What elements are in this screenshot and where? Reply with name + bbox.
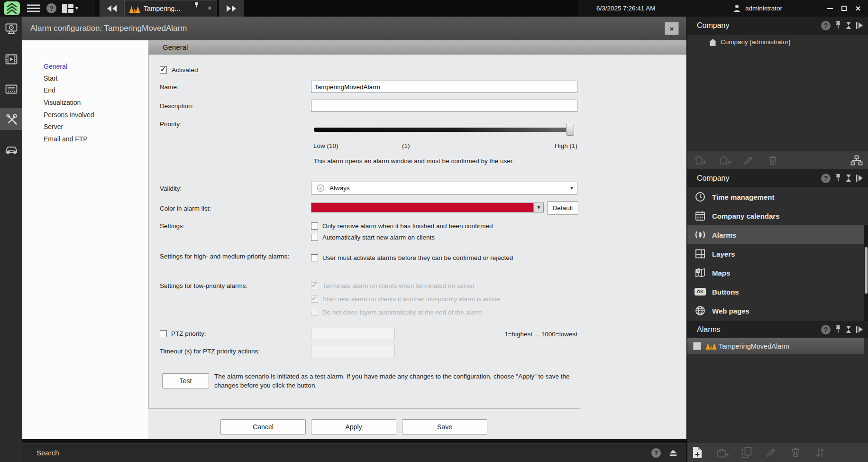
tab-close-icon[interactable]: × xyxy=(204,0,215,16)
ptz-priority-label: PTZ priority: xyxy=(171,330,206,338)
collapse-panel-icon[interactable] xyxy=(855,174,863,182)
tab-tampering-alarm[interactable]: Tampering... × xyxy=(124,0,217,17)
delete-icon xyxy=(768,155,777,166)
sidebar-item-playback[interactable] xyxy=(0,48,22,70)
company-item-buttons[interactable]: OK Buttons xyxy=(687,282,864,301)
description-label: Description: xyxy=(160,102,193,110)
ptz-priority-hint: 1=highest ... 1000=lowest xyxy=(474,331,577,338)
group-header: General xyxy=(148,40,686,55)
minimize-button[interactable] xyxy=(823,0,836,17)
sort-icon xyxy=(815,447,825,458)
company-item-time-management[interactable]: Time management xyxy=(687,187,864,206)
apply-button[interactable]: Apply xyxy=(311,419,396,434)
nav-item-end[interactable]: End xyxy=(44,86,55,96)
pin-icon[interactable] xyxy=(835,21,841,29)
settings-autostart-checkbox[interactable] xyxy=(311,234,318,241)
nav-item-general[interactable]: General xyxy=(44,63,67,72)
sidebar-item-surveillance[interactable] xyxy=(0,18,22,40)
org-tree-icon[interactable] xyxy=(850,155,863,166)
panel-header-company: Company ? xyxy=(687,169,868,187)
layout-caret-icon[interactable]: ▾ xyxy=(75,0,78,17)
activated-checkbox[interactable] xyxy=(160,66,167,74)
priority-slider-track[interactable] xyxy=(314,128,574,132)
panel-title: Company xyxy=(697,169,729,187)
validity-dropdown[interactable]: Always ▾ xyxy=(311,182,577,194)
hamburger-menu-icon[interactable] xyxy=(27,4,41,12)
nav-item-start[interactable]: Start xyxy=(44,74,58,84)
alarms-icon xyxy=(694,231,706,239)
alarm-icon xyxy=(705,342,717,350)
nav-item-server[interactable]: Server xyxy=(44,123,63,132)
color-swatch[interactable] xyxy=(311,203,534,213)
nav-item-persons[interactable]: Persons involved xyxy=(44,111,94,120)
dialog-close-button[interactable]: × xyxy=(665,22,679,35)
layout-picker-icon[interactable] xyxy=(62,4,73,13)
clock-icon xyxy=(694,191,706,203)
calendar-icon xyxy=(694,210,706,222)
maximize-button[interactable] xyxy=(837,0,850,17)
tab-label: Tampering... xyxy=(144,0,180,17)
nav-item-email-ftp[interactable]: Email and FTP xyxy=(44,135,88,145)
tab-pin-icon[interactable] xyxy=(194,2,199,8)
collapse-panel-icon[interactable] xyxy=(855,325,863,333)
sidebar-item-reports[interactable] xyxy=(0,79,22,101)
app-window: ? ▾ Tampering... × 6/3/2025 7:26:41 AM a… xyxy=(0,0,868,462)
panel-help-icon[interactable]: ? xyxy=(821,325,831,334)
save-button[interactable]: Save xyxy=(402,419,487,434)
sidebar-item-lpr[interactable] xyxy=(0,139,22,160)
help-icon[interactable]: ? xyxy=(46,3,56,13)
cancel-button[interactable]: Cancel xyxy=(220,419,306,434)
alarm-list-item[interactable]: TamperingMovedAlarm xyxy=(687,338,864,354)
panel-help-icon[interactable]: ? xyxy=(821,21,831,30)
add-site-icon xyxy=(694,155,706,166)
high-priority-label: Settings for high- and medium-priority a… xyxy=(160,252,302,261)
alarm-icon xyxy=(129,5,140,13)
company-item-web-pages[interactable]: Web pages xyxy=(687,301,864,320)
settings-autostart-label: Automatically start new alarm on clients xyxy=(322,234,435,241)
search-help-icon[interactable]: ? xyxy=(651,448,661,458)
eject-icon[interactable] xyxy=(668,448,678,458)
company-item-alarms[interactable]: Alarms xyxy=(687,225,864,244)
duplicate-icon xyxy=(741,447,752,458)
color-dropdown-button[interactable]: ▾ xyxy=(534,203,544,213)
panel-help-icon[interactable]: ? xyxy=(821,174,831,183)
alarm-item-checkbox[interactable] xyxy=(693,342,701,350)
add-subsite-icon xyxy=(719,155,731,166)
ok-button-icon: OK xyxy=(694,288,706,296)
settings-remove-checkbox[interactable] xyxy=(311,222,318,230)
auto-hide-icon[interactable] xyxy=(846,21,851,29)
priority-slider-thumb[interactable] xyxy=(566,124,574,136)
high-priority-activate-checkbox[interactable] xyxy=(311,254,318,261)
auto-hide-icon[interactable] xyxy=(846,174,851,182)
tabs-scroll-left-button[interactable] xyxy=(100,0,124,17)
pin-icon[interactable] xyxy=(835,325,841,333)
company-root-item[interactable]: Company [administrator] xyxy=(687,36,868,49)
collapse-panel-icon[interactable] xyxy=(855,21,863,29)
high-priority-activate-label: User must activate alarms before they ca… xyxy=(322,254,513,262)
ptz-priority-checkbox[interactable] xyxy=(160,330,167,337)
color-default-button[interactable]: Default xyxy=(547,201,578,215)
name-input[interactable] xyxy=(311,81,577,93)
pin-icon[interactable] xyxy=(835,174,841,182)
auto-hide-icon[interactable] xyxy=(846,325,851,333)
item-label: Web pages xyxy=(712,307,749,315)
description-input[interactable] xyxy=(311,100,577,112)
tabs-scroll-right-button[interactable] xyxy=(219,0,244,17)
search-bar[interactable]: Search ? xyxy=(22,443,686,462)
new-alarm-icon[interactable] xyxy=(692,446,703,459)
item-label: Alarms xyxy=(712,231,736,239)
nav-item-visualization[interactable]: Visualization xyxy=(44,99,81,108)
sidebar-item-configuration[interactable] xyxy=(0,108,22,130)
test-button[interactable]: Test xyxy=(162,373,209,388)
list-scrollbar-thumb[interactable] xyxy=(865,247,868,294)
user-icon[interactable] xyxy=(733,4,741,12)
title-bar: ? ▾ Tampering... × 6/3/2025 7:26:41 AM a… xyxy=(0,0,868,17)
priority-high-label: High (1) xyxy=(506,142,577,150)
user-name[interactable]: administrator xyxy=(745,0,782,17)
close-window-button[interactable]: × xyxy=(851,0,865,17)
company-item-maps[interactable]: Maps xyxy=(687,263,864,282)
company-item-layers[interactable]: Layers xyxy=(687,244,864,263)
new-group-icon xyxy=(717,448,729,458)
search-input[interactable]: Search xyxy=(37,444,59,462)
company-item-company-calendars[interactable]: Company calendars xyxy=(687,206,864,225)
